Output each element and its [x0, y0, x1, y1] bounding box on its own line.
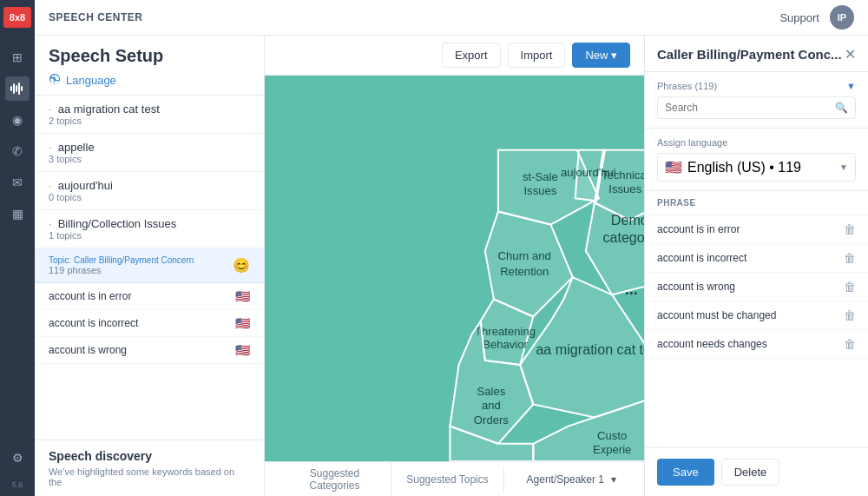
delete-phrase-icon[interactable]: 🗑 [844, 337, 856, 351]
topic-emoji-icon: 😊 [233, 257, 250, 274]
item-name: · aa migration cat test [49, 103, 250, 116]
phrase-text: account is wrong [49, 344, 127, 356]
item-name: · appelle [49, 141, 250, 154]
delete-phrase-icon[interactable]: 🗑 [844, 222, 856, 236]
us-flag-icon: 🇺🇸 [665, 159, 682, 175]
nav-grid-icon[interactable]: ⊞ [5, 45, 30, 69]
agent-speaker-select-area: Agent/Speaker 1 ▾ [504, 473, 630, 486]
language-selector[interactable]: Language [49, 73, 250, 88]
svg-text:and: and [482, 399, 501, 412]
phrase-row-text: account needs changes [657, 338, 767, 350]
support-link[interactable]: Support [779, 11, 819, 24]
phrase-row-4[interactable]: account must be changed 🗑 [645, 301, 868, 330]
svg-rect-4 [21, 86, 23, 91]
svg-text:Retention: Retention [500, 265, 549, 278]
phrase-item-1[interactable]: account is in error 🇺🇸 [35, 283, 264, 310]
phrase-row-text: account is in error [657, 223, 740, 235]
language-dropdown[interactable]: 🇺🇸 English (US) • 119 ▼ [657, 153, 856, 182]
import-button[interactable]: Import [508, 43, 566, 68]
user-avatar[interactable]: IP [830, 5, 854, 30]
phrase-row-5[interactable]: account needs changes 🗑 [645, 330, 868, 359]
app-name: SPEECH CENTER [49, 11, 143, 23]
svg-text:Demo: Demo [611, 212, 644, 228]
suggested-categories-tab[interactable]: Suggested Categories [279, 460, 391, 497]
phrase-item-2[interactable]: account is incorrect 🇺🇸 [35, 310, 264, 337]
suggested-topics-tab[interactable]: Suggested Topics [391, 466, 504, 493]
phrases-section-label: Phrases (119) ▼ [657, 81, 856, 91]
svg-text:Custo: Custo [597, 429, 627, 442]
phrase-row-text: account is wrong [657, 281, 735, 293]
nav-phone-icon[interactable]: ✆ [5, 139, 30, 163]
phrase-row-3[interactable]: account is wrong 🗑 [645, 273, 868, 301]
top-header: SPEECH CENTER Support IP [35, 0, 868, 36]
topic-count: 119 phrases [49, 265, 194, 275]
search-icon: 🔍 [835, 102, 848, 114]
svg-text:Experie: Experie [593, 443, 631, 456]
bottom-bar: Suggested Categories Suggested Topics Ag… [265, 461, 644, 496]
phrase-item-3[interactable]: account is wrong 🇺🇸 [35, 337, 264, 364]
topic-row: Topic: Caller Billing/Payment Concern 11… [49, 255, 250, 275]
agent-speaker-chevron-icon[interactable]: ▾ [611, 473, 616, 486]
toolbar: Export Import New ▾ [265, 36, 644, 76]
delete-phrase-icon[interactable]: 🗑 [844, 308, 856, 322]
item-sub: 0 topics [49, 192, 250, 202]
phrase-row-1[interactable]: account is in error 🗑 [645, 215, 868, 244]
phrase-text: account is in error [49, 290, 131, 302]
nav-envelope-icon[interactable]: ✉ [5, 170, 30, 195]
svg-text:Churn and: Churn and [498, 249, 551, 262]
nav-waveform-icon[interactable] [5, 76, 30, 101]
svg-text:Issues: Issues [523, 184, 556, 197]
svg-text:···: ··· [625, 285, 638, 302]
svg-text:Behavior: Behavior [483, 338, 528, 351]
top-header-right: Support IP [779, 5, 854, 30]
item-sub: 2 topics [49, 116, 250, 126]
delete-button[interactable]: Delete [721, 459, 780, 486]
save-button[interactable]: Save [657, 459, 714, 486]
voronoi-chart: .cell { fill: rgba(255,255,255,0.12); st… [265, 76, 644, 461]
svg-rect-3 [18, 83, 20, 95]
item-name: · Billing/Collection Issues [49, 217, 250, 230]
main-content: SPEECH CENTER Support IP Speech Setup La… [35, 0, 868, 496]
svg-text:Threatening: Threatening [475, 325, 536, 338]
language-value: 🇺🇸 English (US) • 119 [665, 159, 801, 175]
nav-chart-icon[interactable]: ▦ [5, 202, 30, 226]
center-panel: Export Import New ▾ .cell { fill: rgba(2… [265, 36, 644, 496]
language-icon [49, 73, 61, 88]
sidebar-list: · aa migration cat test 2 topics · appel… [35, 96, 264, 440]
language-label: Language [66, 74, 116, 87]
svg-rect-1 [13, 83, 15, 94]
sidebar-footer: Speech discovery We've highlighted some … [35, 440, 264, 496]
close-button[interactable]: ✕ [845, 46, 856, 63]
sidebar-item-aujourdhui[interactable]: · aujourd'hui 0 topics [35, 172, 264, 210]
svg-text:aa migration cat test: aa migration cat test [536, 341, 644, 357]
app-version: 5.6 [12, 480, 23, 489]
phrase-search-input[interactable] [665, 102, 830, 114]
phrase-row-2[interactable]: account is incorrect 🗑 [645, 244, 868, 273]
discovery-title: Speech discovery [49, 449, 250, 463]
svg-rect-0 [10, 86, 12, 91]
delete-phrase-icon[interactable]: 🗑 [844, 280, 856, 294]
new-button[interactable]: New ▾ [572, 43, 630, 68]
body-layout: Speech Setup Language · aa migration cat… [35, 36, 868, 496]
phrase-list-section: PHRASE account is in error 🗑 account is … [645, 191, 868, 447]
right-panel-title: Caller Billing/Payment Conc... [657, 47, 842, 62]
topic-label: Topic: Caller Billing/Payment Concern [49, 255, 194, 265]
phrase-row-text: account must be changed [657, 309, 776, 321]
app-logo: 8x8 [3, 7, 31, 28]
sidebar-item-appelle[interactable]: · appelle 3 topics [35, 134, 264, 172]
dropdown-chevron-icon: ▼ [839, 162, 848, 172]
language-text: English (US) • 119 [687, 160, 801, 175]
phrase-row-text: account is incorrect [657, 252, 746, 264]
flag-icon: 🇺🇸 [235, 343, 250, 357]
item-sub: 1 topics [49, 230, 250, 241]
export-button[interactable]: Export [442, 43, 501, 68]
phrase-search-box[interactable]: 🔍 [657, 96, 856, 119]
sidebar-item-billing[interactable]: · Billing/Collection Issues 1 topics [35, 210, 264, 248]
nav-gear-icon[interactable]: ⚙ [5, 446, 30, 470]
delete-phrase-icon[interactable]: 🗑 [844, 251, 856, 265]
sidebar-item-topic[interactable]: Topic: Caller Billing/Payment Concern 11… [35, 248, 264, 283]
sidebar-item-aa-migration[interactable]: · aa migration cat test 2 topics [35, 96, 264, 134]
expand-icon[interactable]: ▼ [846, 81, 856, 91]
nav-eye-icon[interactable]: ◉ [5, 108, 30, 132]
assign-language-section: Assign language 🇺🇸 English (US) • 119 ▼ [645, 129, 868, 191]
